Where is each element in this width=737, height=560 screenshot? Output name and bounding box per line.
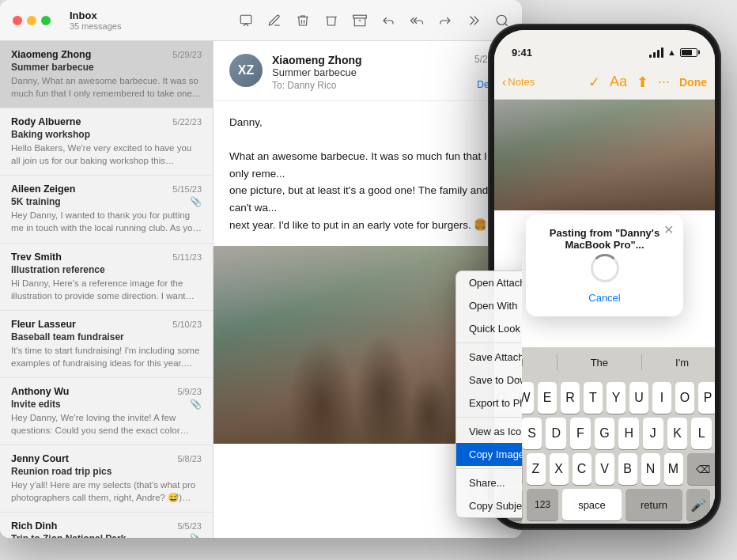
window-title: Inbox [70, 9, 121, 21]
pasting-close-button[interactable]: ✕ [663, 222, 674, 237]
back-chevron-icon: ‹ [502, 75, 506, 89]
mail-item-preview: It's time to start fundraising! I'm incl… [11, 344, 202, 369]
mail-item-date: 5/11/23 [172, 252, 202, 262]
more-icon[interactable] [467, 13, 481, 28]
key-l[interactable]: L [691, 418, 712, 449]
iphone-screen: 9:41 ▲ ‹ Notes [494, 30, 715, 524]
notes-done-button[interactable]: Done [679, 76, 707, 89]
window-subtitle: 35 messages [70, 21, 121, 31]
mail-item[interactable]: Jenny Court 5/8/23 Reunion road trip pic… [0, 445, 213, 513]
mail-item[interactable]: Aileen Zeigen 5/15/23 5K training 📎 Hey … [0, 176, 213, 243]
notes-nav-actions: ✓ Aa ⬆ ··· Done [588, 74, 707, 91]
key-mic[interactable]: 🎤 [686, 489, 710, 520]
mail-item[interactable]: Rich Dinh 5/5/23 Trip to Zion National P… [0, 513, 213, 538]
key-i[interactable]: I [652, 382, 671, 414]
context-menu-divider [456, 342, 522, 343]
autocorrect-item-2[interactable]: The [584, 354, 614, 372]
fullscreen-button[interactable] [41, 16, 51, 25]
trash-icon[interactable] [296, 13, 310, 28]
key-o[interactable]: O [675, 382, 694, 414]
iphone-statusbar: 9:41 ▲ [494, 30, 715, 65]
pasting-cancel-button[interactable]: Cancel [539, 292, 671, 304]
autocorrect-divider-2 [641, 354, 642, 370]
wifi-icon: ▲ [667, 47, 676, 57]
pasting-dialog: ✕ Pasting from "Danny's MacBook Pro"... … [526, 214, 683, 316]
mail-item-subject: Illustration reference [11, 264, 202, 275]
context-menu-item[interactable]: View as Icon [456, 420, 522, 443]
context-menu-item-label: Share... [469, 477, 505, 489]
key-v[interactable]: V [595, 453, 614, 485]
notes-back-label: Notes [508, 76, 535, 88]
mail-item-subject: Trip to Zion National Park 📎 [11, 533, 202, 538]
notes-more-icon[interactable]: ··· [658, 74, 670, 90]
key-delete[interactable]: ⌫ [687, 453, 716, 485]
context-menu-item[interactable]: Open Attachment [456, 271, 522, 294]
key-space[interactable]: space [562, 489, 622, 520]
context-menu-item[interactable]: Copy Image [456, 443, 522, 466]
mail-item[interactable]: Xiaomeng Zhong 5/29/23 Summer barbecue D… [0, 41, 213, 108]
key-g[interactable]: G [595, 418, 615, 449]
context-menu-item[interactable]: Export to Photos [456, 392, 522, 414]
context-menu-item-label: View as Icon [469, 426, 522, 437]
context-menu: Open Attachment Open With › Quick Look A… [455, 271, 522, 518]
notes-format-icon[interactable]: Aa [610, 74, 627, 90]
key-e[interactable]: E [538, 382, 557, 414]
mail-item-date: 5/15/23 [172, 184, 202, 194]
key-k[interactable]: K [667, 418, 688, 449]
attachment-clip-icon: 📎 [190, 196, 202, 207]
mail-item[interactable]: Anthony Wu 5/9/23 Invite edits 📎 Hey Dan… [0, 378, 213, 445]
mail-item-date: 5/29/23 [172, 50, 202, 59]
key-j[interactable]: J [643, 418, 663, 449]
reply-all-icon[interactable] [410, 13, 424, 28]
key-y[interactable]: Y [607, 382, 626, 414]
key-p[interactable]: P [698, 382, 715, 414]
forward-icon[interactable] [438, 13, 452, 28]
reply-icon[interactable] [381, 13, 395, 28]
notes-image [494, 100, 715, 210]
autocorrect-item-3[interactable]: I'm [669, 354, 695, 372]
signal-bar-4 [661, 47, 663, 58]
key-m[interactable]: M [664, 453, 683, 485]
key-d[interactable]: D [546, 418, 566, 449]
context-menu-item[interactable]: Quick Look Attachment [456, 317, 522, 340]
mail-item-sender: Anthony Wu [11, 386, 69, 397]
context-menu-item[interactable]: Share... [456, 471, 522, 494]
context-menu-item[interactable]: Save Attachment... [456, 346, 522, 369]
minimize-button[interactable] [27, 16, 36, 25]
mail-item[interactable]: Trev Smith 5/11/23 Illustration referenc… [0, 244, 213, 311]
notes-back-button[interactable]: ‹ Notes [502, 75, 535, 89]
key-z[interactable]: Z [527, 453, 546, 485]
mail-item[interactable]: Fleur Lasseur 5/10/23 Baseball team fund… [0, 311, 213, 378]
key-f[interactable]: F [570, 418, 591, 449]
archive-icon[interactable] [353, 13, 367, 28]
close-button[interactable] [13, 16, 22, 25]
avatar: XZ [229, 54, 263, 87]
autocorrect-bar: I The I'm [494, 347, 715, 377]
context-menu-item[interactable]: Copy Subject [456, 494, 522, 517]
notes-share-icon[interactable]: ⬆ [637, 74, 648, 91]
key-r[interactable]: R [561, 382, 580, 414]
key-b[interactable]: B [618, 453, 637, 485]
key-n[interactable]: N [641, 453, 660, 485]
mail-item[interactable]: Rody Albuerne 5/22/23 Baking workshop He… [0, 108, 213, 176]
compose-icon[interactable] [267, 13, 282, 28]
key-u[interactable]: U [629, 382, 648, 414]
delete-icon[interactable] [324, 13, 338, 28]
new-message-icon[interactable] [239, 13, 253, 28]
search-icon[interactable] [495, 13, 509, 28]
notes-checklist-icon[interactable]: ✓ [588, 74, 600, 91]
context-menu-item[interactable]: Save to Downloads Folder [456, 369, 522, 392]
mail-item-subject: 5K training 📎 [11, 196, 202, 207]
mail-item-sender: Trev Smith [11, 252, 62, 263]
key-s[interactable]: S [522, 418, 542, 449]
key-x[interactable]: X [550, 453, 569, 485]
keyboard-row-2: A S D F G H J K L [497, 418, 712, 449]
key-t[interactable]: T [584, 382, 603, 414]
key-numbers[interactable]: 123 [527, 489, 558, 520]
signal-bar-3 [657, 50, 660, 58]
key-c[interactable]: C [573, 453, 591, 485]
email-meta: Xiaomeng Zhong Summer barbecue To: Danny… [272, 54, 465, 91]
key-h[interactable]: H [618, 418, 639, 449]
context-menu-item[interactable]: Open With › [456, 294, 522, 317]
key-return[interactable]: return [626, 489, 682, 520]
